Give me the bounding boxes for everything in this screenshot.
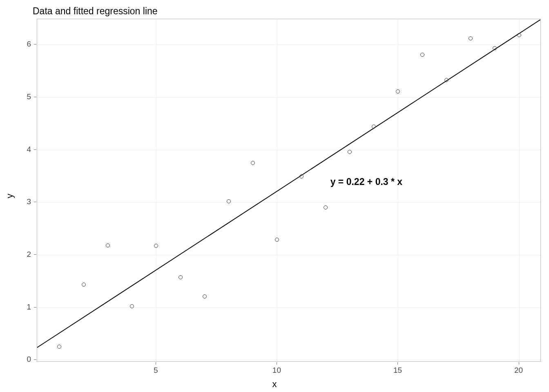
data-point: [179, 275, 183, 279]
chart-title: Data and fitted regression line: [33, 6, 158, 17]
data-point: [203, 294, 207, 298]
grid-line-h: [37, 202, 540, 203]
x-axis-label: x: [272, 379, 277, 390]
data-point: [106, 243, 110, 247]
x-tick-label: 10: [272, 366, 281, 375]
y-tick-label: 3: [7, 197, 31, 206]
data-point: [227, 199, 231, 203]
grid-line-h: [37, 307, 540, 308]
x-tick-label: 15: [393, 366, 402, 375]
data-point: [154, 244, 158, 248]
tick-mark-y: [34, 44, 36, 45]
tick-mark-y: [34, 97, 36, 97]
x-tick-label: 20: [514, 366, 523, 375]
data-point: [57, 345, 61, 349]
tick-mark-y: [34, 307, 36, 307]
plot-area: y = 0.22 + 0.3 * x: [37, 19, 541, 362]
y-tick-label: 2: [7, 250, 31, 259]
tick-mark-x: [397, 362, 398, 365]
y-tick-label: 0: [7, 355, 31, 364]
grid-line-h: [37, 45, 540, 45]
grid-line-v: [519, 19, 520, 361]
tick-mark-y: [34, 254, 36, 255]
grid-line-v: [156, 19, 156, 361]
tick-mark-y: [34, 202, 36, 202]
data-point: [517, 33, 521, 37]
data-point: [469, 36, 473, 40]
data-point: [348, 150, 352, 154]
data-point: [396, 89, 400, 94]
y-tick-label: 1: [7, 303, 31, 312]
grid-line-v: [398, 19, 398, 361]
y-tick-label: 4: [7, 145, 31, 154]
tick-mark-y: [34, 359, 36, 360]
regression-line: [37, 19, 540, 347]
data-point: [420, 53, 424, 57]
tick-mark-x: [156, 362, 156, 365]
y-tick-label: 5: [7, 92, 31, 101]
y-tick-label: 6: [7, 40, 31, 49]
grid-line-h: [37, 150, 540, 150]
grid-line-h: [37, 255, 540, 255]
data-point: [299, 174, 304, 178]
data-point: [493, 46, 497, 50]
grid-line-h: [37, 360, 540, 360]
data-point: [130, 304, 134, 308]
regression-equation: y = 0.22 + 0.3 * x: [330, 176, 402, 187]
chart-container: Data and fitted regression line y = 0.22…: [0, 0, 549, 392]
tick-mark-x: [277, 362, 277, 365]
grid-line-h: [37, 97, 540, 98]
data-point: [324, 205, 328, 209]
data-point: [251, 161, 255, 165]
data-point: [372, 125, 376, 129]
tick-mark-y: [34, 149, 36, 150]
tick-mark-x: [519, 362, 519, 365]
x-tick-label: 5: [154, 366, 158, 375]
data-point: [82, 283, 86, 287]
data-point: [444, 78, 449, 82]
data-point: [275, 238, 279, 242]
